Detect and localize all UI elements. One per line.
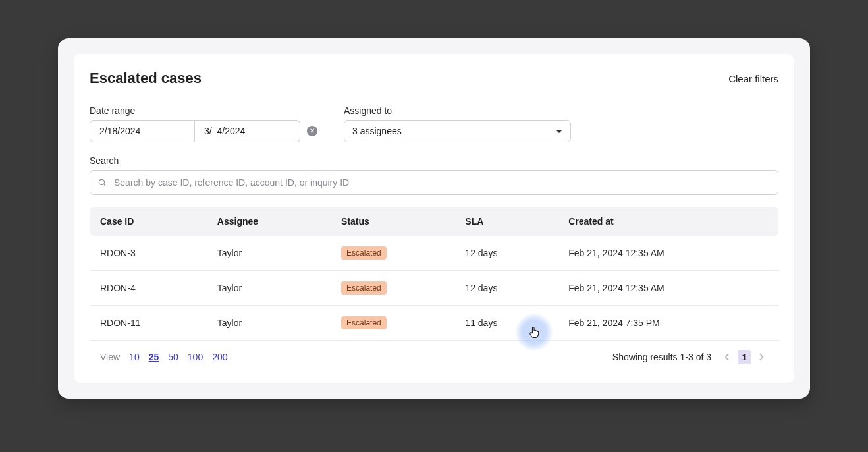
assigned-to-label: Assigned to bbox=[344, 105, 571, 116]
cases-table: Case ID Assignee Status SLA Created at R… bbox=[90, 207, 778, 341]
date-range-label: Date range bbox=[90, 105, 317, 116]
cell-sla: 12 days bbox=[454, 236, 558, 271]
assigned-to-select[interactable]: 3 assignees bbox=[344, 120, 571, 142]
table-row[interactable]: RDON-3 Taylor Escalated 12 days Feb 21, … bbox=[90, 236, 778, 271]
header-row: Escalated cases Clear filters bbox=[90, 70, 778, 87]
cell-assignee: Taylor bbox=[207, 271, 331, 306]
table-row[interactable]: RDON-4 Taylor Escalated 12 days Feb 21, … bbox=[90, 271, 778, 306]
page-size-100[interactable]: 100 bbox=[188, 352, 203, 362]
search-icon bbox=[97, 178, 107, 187]
date-start-input[interactable] bbox=[90, 120, 195, 142]
date-range-group: Date range ✕ bbox=[90, 105, 317, 142]
col-sla[interactable]: SLA bbox=[454, 207, 558, 236]
search-label: Search bbox=[90, 155, 778, 166]
cell-case-id: RDON-3 bbox=[90, 236, 207, 271]
page-size-50[interactable]: 50 bbox=[168, 352, 178, 362]
status-badge: Escalated bbox=[341, 246, 387, 260]
status-badge: Escalated bbox=[341, 281, 387, 295]
page-1-button[interactable]: 1 bbox=[738, 350, 751, 364]
assigned-to-group: Assigned to 3 assignees bbox=[344, 105, 571, 142]
svg-point-0 bbox=[99, 179, 104, 184]
search-group: Search bbox=[90, 155, 778, 195]
page-size-200[interactable]: 200 bbox=[212, 352, 227, 362]
page-size-25[interactable]: 25 bbox=[149, 352, 159, 362]
date-end-input[interactable] bbox=[195, 120, 300, 142]
prev-page-button[interactable] bbox=[720, 350, 734, 364]
content-card: Escalated cases Clear filters Date range… bbox=[74, 54, 794, 383]
col-assignee[interactable]: Assignee bbox=[207, 207, 331, 236]
assigned-to-value: 3 assignees bbox=[352, 126, 402, 136]
pagination: Showing results 1-3 of 3 1 bbox=[612, 350, 768, 364]
search-wrap bbox=[90, 170, 778, 195]
cell-sla: 12 days bbox=[454, 271, 558, 306]
status-badge: Escalated bbox=[341, 316, 387, 329]
caret-down-icon bbox=[556, 130, 562, 133]
table-header-row: Case ID Assignee Status SLA Created at bbox=[90, 207, 778, 236]
clear-date-button[interactable]: ✕ bbox=[307, 126, 317, 136]
view-label: View bbox=[100, 352, 120, 362]
cell-created-at: Feb 21, 2024 7:35 PM bbox=[558, 306, 778, 341]
results-text: Showing results 1-3 of 3 bbox=[612, 352, 711, 362]
page-size-10[interactable]: 10 bbox=[129, 352, 140, 362]
close-icon: ✕ bbox=[310, 128, 315, 134]
cell-status: Escalated bbox=[331, 236, 454, 271]
cell-assignee: Taylor bbox=[207, 306, 331, 341]
chevron-right-icon bbox=[759, 353, 764, 361]
date-range-wrap: ✕ bbox=[90, 120, 317, 142]
cell-status: Escalated bbox=[331, 306, 454, 341]
chevron-left-icon bbox=[724, 353, 730, 361]
table-row[interactable]: RDON-11 Taylor Escalated 11 days Feb 21,… bbox=[90, 306, 778, 341]
pager: 1 bbox=[720, 350, 768, 364]
svg-line-1 bbox=[104, 184, 106, 186]
page-size-selector: View 10 25 50 100 200 bbox=[100, 352, 228, 362]
col-status[interactable]: Status bbox=[331, 207, 454, 236]
cell-case-id: RDON-4 bbox=[90, 271, 207, 306]
clear-filters-button[interactable]: Clear filters bbox=[728, 73, 778, 84]
page-title: Escalated cases bbox=[90, 70, 202, 87]
col-case-id[interactable]: Case ID bbox=[90, 207, 207, 236]
cell-created-at: Feb 21, 2024 12:35 AM bbox=[558, 236, 778, 271]
cell-case-id: RDON-11 bbox=[90, 306, 207, 341]
cell-status: Escalated bbox=[331, 271, 454, 306]
next-page-button[interactable] bbox=[755, 350, 768, 364]
date-pair bbox=[90, 120, 300, 142]
cell-sla: 11 days bbox=[454, 306, 558, 341]
app-panel: Escalated cases Clear filters Date range… bbox=[58, 38, 810, 399]
search-input[interactable] bbox=[90, 170, 778, 195]
cell-created-at: Feb 21, 2024 12:35 AM bbox=[558, 271, 778, 306]
col-created-at[interactable]: Created at bbox=[558, 207, 778, 236]
table-footer: View 10 25 50 100 200 Showing results 1-… bbox=[90, 341, 778, 367]
filters-row: Date range ✕ Assigned to 3 assignees bbox=[90, 105, 778, 142]
cell-assignee: Taylor bbox=[207, 236, 331, 271]
